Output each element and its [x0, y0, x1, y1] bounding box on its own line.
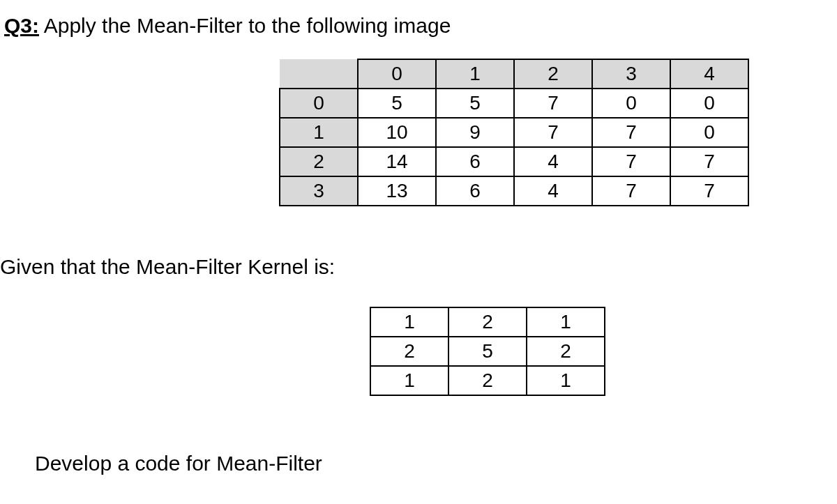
kernel-table: 1 2 1 2 5 2 1 2 1 [370, 307, 605, 396]
image-cell: 7 [592, 147, 670, 176]
image-cell: 7 [670, 176, 748, 206]
kernel-row: 1 2 1 [370, 366, 605, 395]
kernel-intro-text: Given that the Mean-Filter Kernel is: [0, 255, 837, 279]
image-table-container: 0 1 2 3 4 0 5 5 7 0 0 1 10 9 7 7 0 [279, 59, 837, 206]
image-row-header: 0 [280, 89, 358, 118]
kernel-cell: 5 [448, 337, 527, 366]
image-cell: 9 [436, 118, 514, 147]
image-row-header: 3 [280, 176, 358, 206]
image-cell: 13 [358, 176, 436, 206]
image-table-row: 0 5 5 7 0 0 [280, 89, 748, 118]
image-col-header: 4 [670, 59, 748, 89]
kernel-row: 1 2 1 [370, 307, 605, 337]
image-row-header: 1 [280, 118, 358, 147]
image-cell: 6 [436, 147, 514, 176]
image-cell: 4 [514, 147, 592, 176]
image-table-header-row: 0 1 2 3 4 [280, 59, 748, 89]
image-cell: 5 [358, 89, 436, 118]
image-cell: 4 [514, 176, 592, 206]
image-cell: 0 [670, 89, 748, 118]
page: Q3: Apply the Mean-Filter to the followi… [0, 0, 837, 475]
image-col-header: 0 [358, 59, 436, 89]
question-heading: Q3: Apply the Mean-Filter to the followi… [0, 14, 837, 38]
kernel-cell: 1 [370, 307, 448, 337]
kernel-cell: 2 [448, 366, 527, 395]
image-col-header: 1 [436, 59, 514, 89]
image-cell: 6 [436, 176, 514, 206]
task-text: Develop a code for Mean-Filter [0, 452, 837, 475]
image-cell: 10 [358, 118, 436, 147]
image-col-header: 3 [592, 59, 670, 89]
kernel-cell: 2 [448, 307, 527, 337]
image-cell: 7 [670, 147, 748, 176]
image-table-row: 3 13 6 4 7 7 [280, 176, 748, 206]
image-table-row: 2 14 6 4 7 7 [280, 147, 748, 176]
image-cell: 7 [514, 89, 592, 118]
image-col-header: 2 [514, 59, 592, 89]
image-cell: 5 [436, 89, 514, 118]
kernel-cell: 1 [527, 307, 605, 337]
kernel-table-container: 1 2 1 2 5 2 1 2 1 [370, 307, 837, 396]
image-cell: 14 [358, 147, 436, 176]
kernel-cell: 1 [527, 366, 605, 395]
image-row-header: 2 [280, 147, 358, 176]
image-cell: 7 [592, 118, 670, 147]
image-cell: 0 [670, 118, 748, 147]
kernel-cell: 1 [370, 366, 448, 395]
image-table-row: 1 10 9 7 7 0 [280, 118, 748, 147]
kernel-cell: 2 [370, 337, 448, 366]
kernel-cell: 2 [527, 337, 605, 366]
image-table-corner [280, 59, 358, 89]
image-cell: 7 [592, 176, 670, 206]
image-table: 0 1 2 3 4 0 5 5 7 0 0 1 10 9 7 7 0 [279, 59, 749, 206]
kernel-row: 2 5 2 [370, 337, 605, 366]
question-label: Q3: [4, 14, 39, 37]
question-text: Apply the Mean-Filter to the following i… [39, 14, 451, 37]
image-cell: 7 [514, 118, 592, 147]
image-cell: 0 [592, 89, 670, 118]
